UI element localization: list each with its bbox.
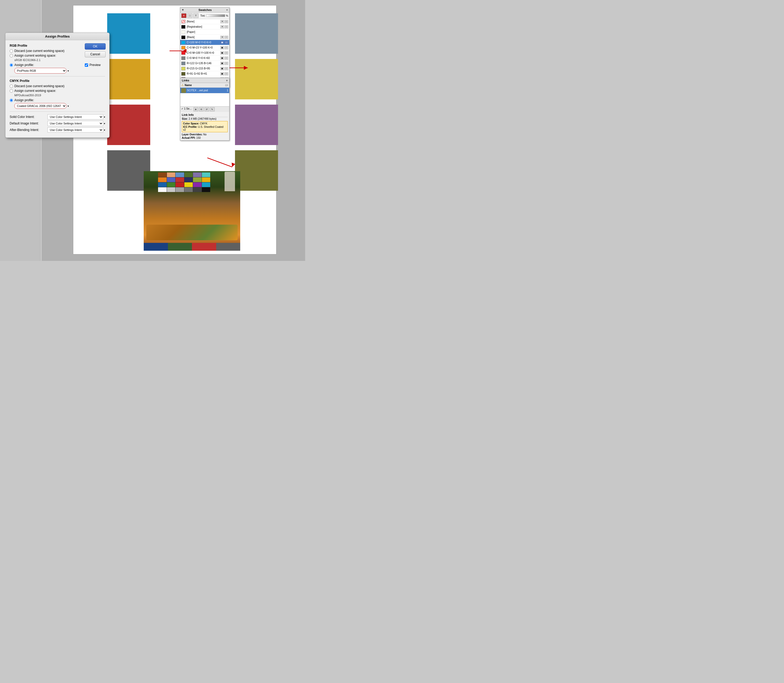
cmyk-profile-select[interactable]: Coated GRACoL 2006 (ISO 12647-2:2004) (14, 103, 67, 109)
swatch-icon-o2[interactable]: □ (224, 46, 228, 49)
swatch-item-paper[interactable]: [Paper] (180, 29, 229, 35)
after-blending-intent-select[interactable]: Use Color Settings Intent (48, 127, 103, 133)
swatch-item-rgb2[interactable]: R=215 G=215 B=95 ▣ □ (180, 66, 229, 71)
swatch-icons-cyan: ▣ □ (221, 41, 228, 44)
cmyk-discard-radio[interactable] (10, 85, 13, 88)
swatch-item-none[interactable]: [None] ✕ □ (180, 19, 229, 24)
swatches-collapse-icon[interactable]: ≡ (226, 9, 228, 11)
swatch-item-red[interactable]: C=0 M=100 Y=100 K=0 ▣ □ (180, 50, 229, 56)
swatch-icon-rgb31[interactable]: ▣ (221, 72, 224, 75)
swatch-item-orange[interactable]: C=0 M=23 Y=100 K=0 ▣ □ (180, 45, 229, 50)
cmyk-profile-radio[interactable] (10, 99, 13, 102)
swatch-icons-none: ✕ □ (221, 20, 228, 23)
links-warning-icon: ⚠ (181, 83, 184, 87)
swatch-icon-rgb22[interactable]: □ (224, 67, 228, 70)
swatch-icon-rgb32[interactable]: □ (224, 72, 228, 75)
cmyk-working-space-value: MPDullcoat350-2019 (14, 94, 105, 97)
default-image-intent-select[interactable]: Use Color Settings Intent (48, 121, 103, 126)
swatch-purple (235, 104, 278, 145)
links-col-pages: □↑ (226, 84, 228, 87)
tint-gradient-bar[interactable] (206, 14, 225, 17)
swatch-square-tool[interactable]: □ (187, 13, 192, 18)
swatches-close-icon[interactable]: ✕ (182, 9, 184, 11)
swatch-item-cyan[interactable]: C=100 M=0 Y=0 K=0 ▣ □ (180, 40, 229, 45)
link-info-icc-label: ICC Profile: (183, 125, 197, 128)
swatch-color-red (181, 51, 186, 55)
swatch-icon-rgb21[interactable]: ▣ (221, 67, 224, 70)
photo-placeholder (144, 171, 240, 251)
cmyk-working-radio[interactable] (10, 89, 13, 93)
swatch-item-black[interactable]: [Black] ✕ □ (180, 35, 229, 40)
swatch-icon-cyan2[interactable]: □ (224, 41, 228, 44)
links-toolbar: ✓ 1 Se... ⊕ ⟲ ↺ ✎ (180, 106, 229, 112)
links-edit-btn[interactable]: ✎ (210, 107, 214, 111)
link-info-colorspace-row: Color Space: CMYK (183, 122, 226, 125)
cmyk-dropdown-arrow: ▾ (67, 104, 69, 107)
link-info-ppi-row: Actual PPI: 150 (182, 136, 228, 139)
rgb-working-radio[interactable] (10, 54, 13, 58)
after-blending-dropdown-arrow: ▾ (104, 128, 105, 131)
swatch-icon-2[interactable]: □ (224, 20, 228, 23)
swatch-fill-tool[interactable]: ✕ (181, 13, 187, 18)
preview-checkbox[interactable] (85, 63, 88, 67)
links-relink-btn[interactable]: ⊕ (194, 107, 198, 111)
swatch-icon-1[interactable]: ✕ (221, 20, 224, 23)
rgb-discard-radio[interactable] (10, 49, 13, 53)
preview-row: Preview (85, 63, 106, 67)
swatch-icon-g2[interactable]: □ (224, 57, 228, 60)
swatch-gray-top (235, 13, 278, 54)
swatch-icon-cyan1[interactable]: ▣ (221, 41, 224, 44)
links-panel: Links ≡ ⚠ Name □↑ SCITEX ...eet.psd 1 ✓ … (180, 78, 229, 141)
color-bar-blue (144, 243, 168, 251)
link-info-overrides-row: Layer Overrides: No (182, 133, 228, 136)
rgb-profile-radio[interactable] (10, 63, 13, 67)
solid-color-intent-select[interactable]: Use Color Settings Intent (48, 114, 103, 119)
swatch-name-registration: [Registration] (187, 25, 221, 28)
swatch-icon-reg1[interactable]: ✕ (221, 25, 224, 29)
swatch-item-registration[interactable]: [Registration] ✕ □ (180, 24, 229, 29)
link-info-overrides-label: Layer Overrides: (182, 133, 203, 136)
link-info-section: Link Info Size: 2.4 MB (2467490 bytes) C… (180, 112, 229, 140)
cmyk-discard-row: Discard (use current working space) (10, 84, 105, 88)
swatch-icon-o1[interactable]: ▣ (221, 46, 224, 49)
links-update-btn[interactable]: ↺ (205, 107, 209, 111)
color-bar-red (192, 243, 216, 251)
links-goto-btn[interactable]: ⟲ (199, 107, 204, 111)
links-panel-header: Links ≡ (180, 78, 229, 83)
cmyk-profile-dropdown-row: Coated GRACoL 2006 (ISO 12647-2:2004) ▾ (14, 103, 105, 109)
dialog-title: Assign Profiles (45, 34, 70, 38)
link-info-size-label: Size: (182, 117, 188, 120)
swatch-olive (235, 150, 278, 191)
cancel-button[interactable]: Cancel (85, 51, 106, 58)
divider-1 (10, 76, 105, 77)
swatch-icons-rgb3: ▣ □ (221, 72, 228, 75)
swatch-icon-black1[interactable]: ✕ (221, 36, 224, 39)
swatch-item-gray60[interactable]: C=0 M=0 Y=0 K=60 ▣ □ (180, 56, 229, 61)
rgb-profile-dropdown-row: ProPhoto RGB ▾ (14, 68, 105, 74)
swatch-color-paper (181, 30, 186, 34)
tint-label: Tint: (200, 14, 205, 17)
swatch-icon-black2[interactable]: □ (224, 36, 228, 39)
ok-button[interactable]: OK (85, 43, 106, 50)
swatch-icon-reg2[interactable]: □ (224, 25, 228, 29)
swatch-item-rgb3[interactable]: R=91 G=92 B=41 ▣ □ (180, 71, 229, 77)
swatch-text-tool[interactable]: T (193, 13, 198, 18)
swatch-icons-gray60: ▣ □ (221, 57, 228, 60)
default-image-dropdown-arrow: ▾ (104, 122, 105, 125)
swatch-icon-rgb11[interactable]: ▣ (221, 62, 224, 65)
links-file-row[interactable]: SCITEX ...eet.psd 1 (180, 88, 229, 93)
swatch-icon-r1[interactable]: ▣ (221, 51, 224, 55)
swatch-icon-rgb12[interactable]: □ (224, 62, 228, 65)
links-panel-menu[interactable]: ≡ (226, 79, 228, 82)
swatch-icon-r2[interactable]: □ (224, 51, 228, 55)
link-info-color-highlight: Color Space: CMYK ICC Profile: U.S. Shee… (182, 121, 228, 132)
swatch-icons-rgb2: ▣ □ (221, 67, 228, 70)
swatch-icon-g1[interactable]: ▣ (221, 57, 224, 60)
link-info-size-value: 2.4 MB (2467490 bytes) (189, 117, 216, 120)
rgb-profile-select[interactable]: ProPhoto RGB (14, 68, 67, 74)
dialog-buttons: OK Cancel Preview (85, 43, 106, 67)
swatch-item-rgb1[interactable]: R=122 G=135 B=146 ▣ □ (180, 61, 229, 66)
swatch-list: [None] ✕ □ [Registration] ✕ □ [Paper] (180, 19, 229, 82)
swatches-toolbar: ✕ □ T Tint: % (180, 13, 229, 19)
solid-color-intent-row: Solid Color Intent: Use Color Settings I… (10, 114, 105, 119)
